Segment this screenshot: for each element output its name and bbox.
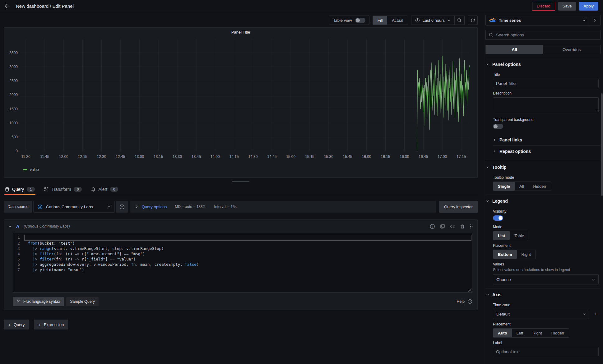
question-circle-icon: ?	[119, 204, 125, 210]
svg-text:15:30: 15:30	[324, 154, 333, 159]
svg-text:15:45: 15:45	[343, 154, 352, 159]
datasource-picker[interactable]: Curious Community Labs	[33, 201, 115, 213]
legend-placement-bottom[interactable]: Bottom	[493, 250, 517, 259]
discard-button[interactable]: Discard	[532, 2, 555, 11]
chart-legend[interactable]: value	[7, 168, 475, 172]
svg-text:11:45: 11:45	[40, 154, 49, 159]
axis-placement-right[interactable]: Right	[528, 329, 546, 337]
code-resize-handle[interactable]	[468, 288, 471, 292]
chevron-down-icon	[582, 19, 586, 22]
drag-handle-icon[interactable]	[470, 224, 473, 229]
refresh-button[interactable]	[468, 16, 478, 25]
axis-placement-hidden[interactable]: Hidden	[547, 329, 569, 337]
table-view-label: Table view	[333, 18, 352, 23]
axis-placement-left[interactable]: Left	[512, 329, 528, 337]
svg-text:17:00: 17:00	[438, 154, 447, 159]
timezone-select[interactable]: Default	[493, 309, 589, 319]
axis-label-input[interactable]	[493, 347, 599, 356]
datasource-name: Curious Community Labs	[46, 205, 104, 209]
query-options-link[interactable]: Query options	[141, 205, 167, 209]
panel-resize-handle[interactable]	[232, 181, 249, 182]
axis-header[interactable]: Axis	[485, 288, 601, 300]
delete-query-trash-icon[interactable]	[460, 224, 465, 229]
svg-text:12:30: 12:30	[97, 154, 106, 159]
query-ref-id[interactable]: A	[16, 224, 19, 229]
back-button[interactable]	[4, 3, 10, 9]
search-icon	[489, 33, 493, 37]
add-query-button[interactable]: + Query	[4, 320, 29, 329]
help-label: Help	[457, 299, 465, 304]
table-view-group: Table view	[329, 16, 369, 25]
datasource-help-button[interactable]: ?	[116, 201, 128, 213]
collapse-sidebar-button[interactable]	[589, 15, 601, 25]
duplicate-query-icon[interactable]	[440, 224, 445, 229]
axis-title: Axis	[492, 292, 502, 297]
svg-text:14:15: 14:15	[230, 154, 239, 159]
repeat-options-collapse[interactable]: Repeat options	[493, 145, 601, 157]
legend-header[interactable]: Legend	[485, 195, 601, 206]
tooltip-mode-all[interactable]: All	[515, 182, 528, 191]
transform-icon	[44, 187, 49, 191]
options-search[interactable]	[485, 30, 601, 40]
actual-option[interactable]: Actual	[387, 16, 408, 25]
sample-query-button[interactable]: Sample Query	[66, 297, 99, 306]
svg-text:?: ?	[469, 300, 471, 303]
time-range-picker[interactable]: Last 6 hours	[411, 16, 454, 25]
flux-syntax-button[interactable]: Flux language syntax	[13, 297, 64, 306]
query-help-icon[interactable]: ?	[430, 224, 435, 229]
chevron-down-icon[interactable]	[8, 225, 12, 228]
svg-text:17:15: 17:15	[457, 154, 466, 159]
fill-option[interactable]: Fill	[373, 16, 387, 25]
tooltip-mode-hidden[interactable]: Hidden	[528, 182, 550, 191]
legend-placement-right[interactable]: Right	[517, 250, 536, 259]
visualization-picker[interactable]: Time series	[485, 15, 589, 25]
chevron-right-icon	[593, 18, 597, 22]
section-tooltip: Tooltip Tooltip mode Single All Hidden	[485, 161, 601, 195]
panel-links-collapse[interactable]: Panel links	[493, 134, 601, 145]
panel-options-header[interactable]: Panel options	[485, 58, 601, 69]
description-textarea[interactable]	[493, 97, 599, 112]
save-button[interactable]: Save	[558, 2, 576, 11]
add-expression-button[interactable]: + Expression	[34, 320, 68, 329]
repeat-options-label: Repeat options	[499, 149, 531, 154]
tab-alert[interactable]: Alert 0	[90, 184, 119, 195]
svg-text:3000: 3000	[9, 65, 18, 69]
chevron-right-icon	[493, 150, 496, 153]
transparent-bg-toggle[interactable]	[493, 124, 503, 129]
tab-transform[interactable]: Transform 0	[44, 184, 82, 195]
tab-all[interactable]: All	[486, 45, 543, 54]
database-icon	[5, 187, 9, 192]
disable-query-eye-icon[interactable]	[450, 224, 455, 228]
add-query-label: Query	[14, 322, 25, 327]
plus-icon: +	[38, 322, 41, 327]
time-series-chart[interactable]: 050010001500200025003000350011:3011:4512…	[7, 37, 475, 167]
tooltip-header[interactable]: Tooltip	[485, 161, 601, 172]
chevron-down-icon	[592, 278, 595, 281]
query-inspector-button[interactable]: Query inspector	[439, 201, 478, 213]
table-view-toggle[interactable]	[355, 18, 365, 23]
axis-placement-auto[interactable]: Auto	[493, 329, 512, 337]
tab-query[interactable]: Query 1	[4, 184, 35, 195]
apply-button[interactable]: Apply	[579, 2, 598, 11]
legend-mode-table[interactable]: Table	[510, 231, 529, 240]
tooltip-mode-single[interactable]: Single	[493, 182, 515, 191]
datasource-row: Data source Curious Community Labs ?	[4, 201, 478, 213]
time-series-viz-icon	[489, 18, 496, 23]
sidebar-scrollbar[interactable]	[601, 93, 603, 196]
flux-code-editor[interactable]: 1 2from(bucket: "test")3 |> range(start:…	[13, 233, 472, 293]
help-button[interactable]: Help ?	[457, 299, 472, 304]
add-timezone-button[interactable]: +	[593, 311, 599, 317]
svg-text:12:00: 12:00	[59, 154, 68, 159]
zoom-out-button[interactable]	[454, 16, 464, 25]
tab-overrides[interactable]: Overrides	[543, 45, 600, 54]
datasource-label: Data source	[4, 201, 32, 213]
panel-title-input[interactable]	[493, 79, 599, 88]
query-datasource-hint: (Curious Community Labs)	[24, 224, 70, 228]
legend-values-desc: Select values or calculations to show in…	[493, 268, 599, 272]
search-input[interactable]	[496, 33, 597, 37]
legend-values-select[interactable]: Choose	[493, 274, 599, 284]
legend-visibility-toggle[interactable]	[493, 215, 503, 221]
legend-mode-list[interactable]: List	[493, 231, 510, 240]
query-actions: + Query + Expression	[4, 320, 478, 329]
svg-text:16:30: 16:30	[400, 154, 409, 159]
